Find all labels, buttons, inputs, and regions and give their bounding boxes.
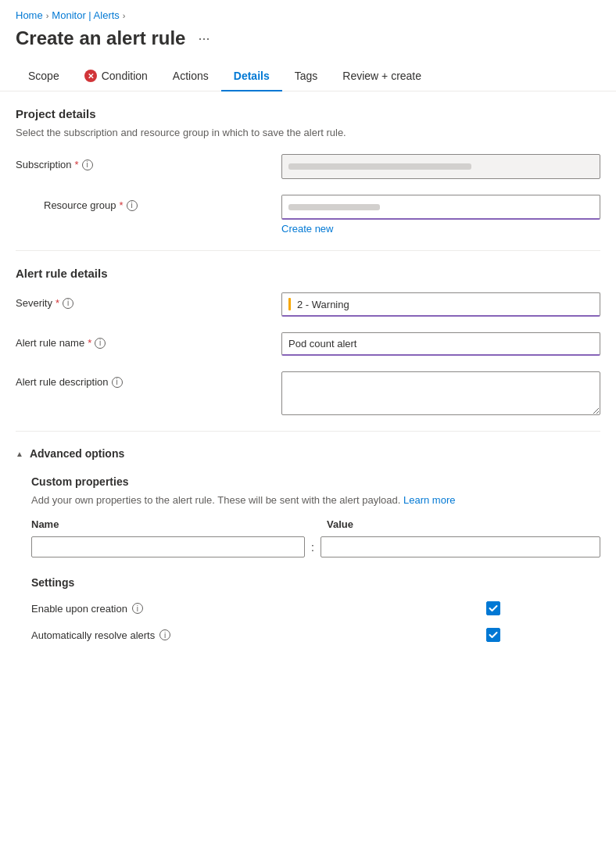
tab-review-create[interactable]: Review + create	[330, 62, 434, 91]
page-title: Create an alert rule	[16, 27, 185, 49]
alert-rule-description-label: Alert rule description i	[16, 376, 281, 388]
alert-rule-name-info-icon[interactable]: i	[95, 338, 106, 349]
enable-upon-creation-info-icon[interactable]: i	[132, 603, 143, 614]
resource-group-required: *	[120, 199, 124, 211]
alert-rule-details-title: Alert rule details	[16, 267, 600, 280]
auto-resolve-info-icon[interactable]: i	[159, 629, 170, 640]
severity-row: Severity * i 2 - Warning	[16, 292, 600, 317]
subscription-required: *	[75, 159, 79, 170]
settings-title: Settings	[31, 576, 600, 589]
severity-input[interactable]: 2 - Warning	[281, 292, 600, 317]
alert-rule-name-input-col	[281, 332, 600, 356]
alert-rule-name-label-col: Alert rule name * i	[16, 332, 281, 349]
value-col-header: Value	[327, 518, 600, 530]
subscription-input[interactable]	[281, 154, 600, 179]
tab-condition[interactable]: ✕ Condition	[72, 62, 160, 91]
custom-properties-desc: Add your own properties to the alert rul…	[31, 494, 600, 506]
tabs-bar: Scope ✕ Condition Actions Details Tags R…	[0, 62, 616, 91]
auto-resolve-label: Automatically resolve alerts i	[31, 629, 170, 641]
condition-error-icon: ✕	[84, 70, 97, 82]
main-content: Project details Select the subscription …	[0, 91, 616, 670]
custom-property-value-input[interactable]	[321, 536, 600, 557]
tab-details[interactable]: Details	[221, 62, 282, 91]
resource-group-row: Resource group * i Create new	[16, 195, 600, 235]
subscription-row: Subscription * i	[16, 154, 600, 179]
alert-rule-description-input[interactable]	[281, 371, 600, 415]
alert-rule-name-row: Alert rule name * i	[16, 332, 600, 356]
alert-rule-name-input[interactable]	[281, 332, 600, 356]
breadcrumb-home[interactable]: Home	[16, 9, 43, 21]
resource-group-label-col: Resource group * i	[44, 195, 281, 211]
enable-upon-creation-label: Enable upon creation i	[31, 603, 143, 615]
name-col-header: Name	[31, 518, 305, 530]
alert-rule-description-label-col: Alert rule description i	[16, 371, 281, 388]
alert-rule-description-row: Alert rule description i	[16, 371, 600, 415]
resource-group-input-col: Create new	[281, 195, 600, 235]
subscription-info-icon[interactable]: i	[82, 160, 93, 170]
alert-rule-description-info-icon[interactable]: i	[112, 377, 123, 388]
subscription-input-col	[281, 154, 600, 179]
checkmark-icon	[489, 604, 498, 613]
enable-upon-creation-checkbox[interactable]	[486, 601, 500, 615]
custom-property-name-input[interactable]	[31, 536, 305, 557]
tab-actions[interactable]: Actions	[160, 62, 221, 91]
chevron-up-icon: ▲	[16, 450, 23, 458]
colon-separator: :	[311, 541, 314, 554]
divider-1	[16, 250, 600, 251]
tab-scope[interactable]: Scope	[16, 62, 72, 91]
project-details-section: Project details Select the subscription …	[16, 107, 600, 235]
alert-rule-details-section: Alert rule details Severity * i 2 - Warn…	[16, 267, 600, 415]
severity-info-icon[interactable]: i	[63, 298, 73, 309]
tab-tags[interactable]: Tags	[282, 62, 331, 91]
auto-resolve-row: Automatically resolve alerts i	[31, 628, 500, 642]
severity-required: *	[56, 297, 59, 309]
enable-upon-creation-row: Enable upon creation i	[31, 601, 500, 615]
severity-input-col: 2 - Warning	[281, 292, 600, 317]
severity-label-col: Severity * i	[16, 292, 281, 309]
custom-properties-title: Custom properties	[31, 475, 600, 488]
divider-2	[16, 431, 600, 432]
alert-rule-name-required: *	[88, 337, 91, 349]
breadcrumb: Home › Monitor | Alerts ›	[0, 0, 616, 24]
auto-resolve-checkbox[interactable]	[486, 628, 500, 642]
resource-group-info-icon[interactable]: i	[127, 200, 138, 211]
severity-label: Severity * i	[16, 297, 281, 309]
severity-bar-icon	[288, 298, 291, 310]
subscription-label-col: Subscription * i	[16, 154, 281, 170]
custom-properties-subsection: Custom properties Add your own propertie…	[31, 475, 600, 642]
advanced-options-header[interactable]: ▲ Advanced options	[16, 447, 600, 460]
learn-more-link[interactable]: Learn more	[403, 494, 455, 506]
project-details-title: Project details	[16, 107, 600, 120]
advanced-options-section: ▲ Advanced options Custom properties Add…	[16, 447, 600, 642]
more-options-button[interactable]: ···	[193, 29, 214, 48]
resource-group-label: Resource group * i	[44, 199, 281, 211]
breadcrumb-sep-1: ›	[46, 11, 49, 20]
project-details-desc: Select the subscription and resource gro…	[16, 127, 600, 138]
checkmark-icon-2	[489, 630, 498, 640]
name-value-input-row: :	[31, 536, 600, 557]
alert-rule-description-input-col	[281, 371, 600, 415]
alert-rule-name-label: Alert rule name * i	[16, 337, 281, 349]
subscription-label: Subscription * i	[16, 159, 281, 170]
create-new-link[interactable]: Create new	[281, 223, 600, 235]
breadcrumb-monitor-alerts[interactable]: Monitor | Alerts	[52, 9, 119, 21]
resource-group-input[interactable]	[281, 195, 600, 220]
breadcrumb-sep-2: ›	[123, 11, 126, 20]
page-header: Create an alert rule ···	[0, 24, 616, 62]
name-value-header-row: Name Value	[31, 518, 600, 530]
